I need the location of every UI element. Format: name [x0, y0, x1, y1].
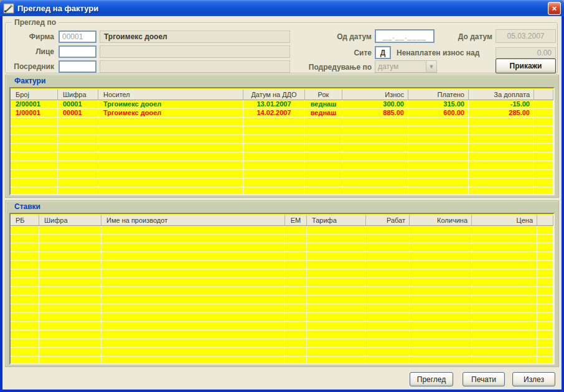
table-row-empty — [11, 170, 553, 179]
table-cell — [98, 179, 243, 187]
app-window: Преглед на фактури × Преглед по Фирма Тр… — [0, 0, 564, 392]
table-cell: веднаш — [305, 109, 342, 117]
table-cell — [58, 170, 98, 178]
table-cell — [469, 144, 534, 152]
table-cell — [285, 252, 307, 260]
table-cell — [472, 243, 537, 251]
pecati-button[interactable]: Печати — [463, 372, 505, 386]
column-header: За доплата — [469, 90, 534, 100]
table-cell — [307, 287, 366, 295]
site-input[interactable] — [375, 46, 391, 59]
table-cell — [285, 313, 307, 321]
table-cell — [285, 287, 307, 295]
izlez-button[interactable]: Излез — [512, 372, 555, 386]
pregled-button[interactable]: Преглед — [410, 372, 453, 386]
table-cell — [98, 135, 243, 143]
titlebar[interactable]: Преглед на фактури × — [0, 0, 564, 16]
table-cell — [410, 261, 472, 269]
lice-code-input[interactable] — [59, 45, 96, 58]
table-cell-filler — [537, 296, 553, 304]
table-row-empty — [11, 339, 553, 348]
table-cell — [98, 170, 243, 178]
column-header: Рок — [305, 90, 342, 100]
table-cell — [101, 304, 285, 312]
table-cell — [469, 118, 534, 126]
lice-label: Лице — [6, 45, 54, 58]
table-cell — [39, 330, 101, 338]
table-cell — [101, 330, 285, 338]
table-cell — [410, 313, 472, 321]
lice-name-field — [100, 45, 290, 58]
table-cell — [342, 170, 408, 178]
firma-code-input[interactable] — [59, 30, 96, 43]
table-row-empty — [11, 144, 553, 152]
fakturi-panel: Фактури БројШифраНосителДатум на ДДОРокИ… — [5, 75, 559, 198]
table-row-empty — [11, 152, 553, 161]
table-cell — [58, 144, 98, 152]
table-cell — [307, 278, 366, 286]
table-cell-filler — [537, 313, 553, 321]
table-row[interactable]: 2/0000100001Тргоимекс дооел13.01.2007вед… — [11, 100, 553, 109]
stavki-panel: Ставки РБШифраИме на производотЕМТарифаР… — [5, 200, 559, 367]
table-cell-filler — [537, 357, 553, 365]
table-cell — [285, 339, 307, 347]
od-datum-input[interactable] — [375, 29, 435, 43]
table-row-empty — [11, 243, 553, 252]
table-cell — [98, 118, 243, 126]
table-cell — [366, 348, 410, 356]
table-cell — [11, 261, 39, 269]
table-cell — [408, 118, 469, 126]
table-header-row: БројШифраНосителДатум на ДДОРокИзносПлат… — [11, 90, 553, 100]
table-cell — [39, 357, 101, 365]
column-header: Износ — [342, 90, 408, 100]
table-row[interactable]: 1/0000100001Тргоимекс дооел14.02.2007вед… — [11, 109, 553, 118]
firma-name-field: Тргоимекс дооел — [100, 30, 290, 43]
table-cell — [410, 296, 472, 304]
column-header: Тарифа — [307, 215, 366, 225]
table-cell — [472, 304, 537, 312]
stavki-title: Ставки — [14, 202, 40, 211]
table-cell — [243, 161, 305, 169]
table-cell — [285, 357, 307, 365]
column-header: Платено — [408, 90, 469, 100]
table-cell — [285, 278, 307, 286]
table-cell: -15.00 — [469, 100, 534, 108]
table-cell — [472, 339, 537, 347]
table-cell — [101, 243, 285, 251]
table-cell-filler — [537, 252, 553, 260]
table-cell — [366, 287, 410, 295]
table-cell — [243, 187, 305, 195]
prikazi-button[interactable]: Прикажи — [496, 58, 556, 73]
table-cell — [285, 269, 307, 278]
column-header-filler — [534, 90, 553, 100]
table-cell: 315.00 — [408, 100, 469, 108]
table-cell — [285, 296, 307, 304]
table-cell — [305, 161, 342, 169]
table-cell — [366, 226, 410, 234]
table-cell: 285.00 — [469, 109, 534, 117]
table-cell — [408, 179, 469, 187]
table-cell — [305, 187, 342, 195]
table-cell — [307, 296, 366, 304]
table-header-row: РБШифраИме на производотЕМТарифаРабатКол… — [11, 215, 553, 226]
table-row-empty — [11, 126, 553, 135]
podreduvanje-combo[interactable]: датум ▼ — [375, 60, 437, 73]
table-cell — [58, 126, 98, 134]
table-cell — [39, 278, 101, 286]
table-cell — [101, 226, 285, 234]
table-cell-filler — [534, 100, 553, 108]
column-header: Шифра — [39, 215, 101, 225]
table-cell — [11, 152, 58, 161]
table-row-empty — [11, 330, 553, 339]
table-cell: Тргоимекс дооел — [98, 109, 243, 117]
chevron-down-icon[interactable]: ▼ — [426, 61, 436, 72]
table-cell — [307, 330, 366, 338]
table-cell — [408, 170, 469, 178]
posrednik-code-input[interactable] — [59, 60, 96, 73]
column-header: Име на производот — [101, 215, 285, 225]
table-row-empty — [11, 313, 553, 322]
table-cell — [307, 235, 366, 243]
table-cell — [243, 152, 305, 161]
table-cell — [472, 313, 537, 321]
close-button[interactable]: × — [548, 2, 561, 15]
